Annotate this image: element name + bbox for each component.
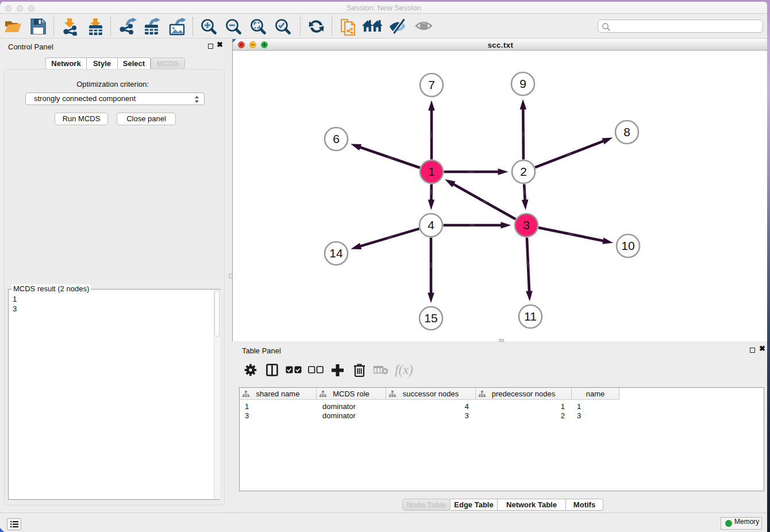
svg-text:8: 8 <box>623 125 630 138</box>
svg-text:10: 10 <box>621 239 634 252</box>
svg-text:3: 3 <box>523 218 530 232</box>
svg-text:7: 7 <box>428 78 435 91</box>
svg-text:4: 4 <box>428 218 434 232</box>
svg-text:15: 15 <box>424 311 437 325</box>
svg-text:9: 9 <box>519 77 526 90</box>
svg-text:1: 1 <box>428 165 435 178</box>
svg-text:14: 14 <box>329 246 343 260</box>
svg-text:2: 2 <box>520 165 527 178</box>
svg-text:11: 11 <box>524 310 537 323</box>
svg-text:6: 6 <box>333 132 340 145</box>
